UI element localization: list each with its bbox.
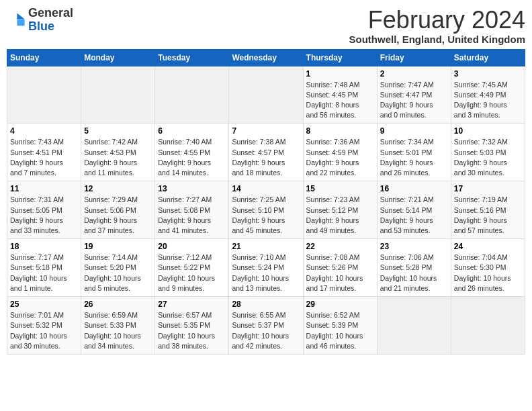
calendar-cell: 29Sunrise: 6:52 AMSunset: 5:39 PMDayligh… xyxy=(303,297,377,355)
day-number: 5 xyxy=(84,126,152,136)
day-info: Sunrise: 7:08 AMSunset: 5:26 PMDaylight:… xyxy=(306,253,374,293)
day-number: 9 xyxy=(380,126,448,136)
day-info: Sunrise: 7:23 AMSunset: 5:12 PMDaylight:… xyxy=(306,195,374,236)
calendar-cell: 24Sunrise: 7:04 AMSunset: 5:30 PMDayligh… xyxy=(451,239,525,297)
day-number: 4 xyxy=(10,126,78,136)
day-number: 11 xyxy=(10,184,78,193)
day-number: 15 xyxy=(306,184,374,193)
day-number: 22 xyxy=(306,242,374,251)
day-info: Sunrise: 7:21 AMSunset: 5:14 PMDaylight:… xyxy=(380,195,448,236)
day-info: Sunrise: 6:52 AMSunset: 5:39 PMDaylight:… xyxy=(306,310,374,351)
day-number: 12 xyxy=(84,184,152,193)
day-info: Sunrise: 7:14 AMSunset: 5:20 PMDaylight:… xyxy=(84,253,152,293)
day-number: 27 xyxy=(158,300,226,309)
calendar-cell: 28Sunrise: 6:55 AMSunset: 5:37 PMDayligh… xyxy=(229,297,303,355)
day-info: Sunrise: 7:12 AMSunset: 5:22 PMDaylight:… xyxy=(158,253,226,293)
calendar-cell: 26Sunrise: 6:59 AMSunset: 5:33 PMDayligh… xyxy=(81,297,155,355)
calendar-cell: 25Sunrise: 7:01 AMSunset: 5:32 PMDayligh… xyxy=(7,297,81,355)
day-info: Sunrise: 6:57 AMSunset: 5:35 PMDaylight:… xyxy=(158,310,226,351)
title-area: February 2024 Southwell, England, United… xyxy=(349,7,526,45)
day-info: Sunrise: 7:25 AMSunset: 5:10 PMDaylight:… xyxy=(232,195,300,236)
day-info: Sunrise: 7:38 AMSunset: 4:57 PMDaylight:… xyxy=(232,137,300,178)
weekday-header-wednesday: Wednesday xyxy=(229,49,303,66)
weekday-header-friday: Friday xyxy=(377,49,451,66)
calendar-cell: 5Sunrise: 7:42 AMSunset: 4:53 PMDaylight… xyxy=(81,124,155,181)
calendar-cell xyxy=(155,66,229,124)
day-info: Sunrise: 7:31 AMSunset: 5:05 PMDaylight:… xyxy=(10,195,78,236)
day-number: 23 xyxy=(380,242,448,251)
calendar-cell: 21Sunrise: 7:10 AMSunset: 5:24 PMDayligh… xyxy=(229,239,303,297)
day-info: Sunrise: 7:04 AMSunset: 5:30 PMDaylight:… xyxy=(454,253,522,293)
day-info: Sunrise: 6:59 AMSunset: 5:33 PMDaylight:… xyxy=(84,310,152,351)
header: General Blue February 2024 Southwell, En… xyxy=(7,7,525,45)
calendar-cell xyxy=(81,66,155,124)
calendar-cell: 7Sunrise: 7:38 AMSunset: 4:57 PMDaylight… xyxy=(229,124,303,181)
calendar-cell: 12Sunrise: 7:29 AMSunset: 5:06 PMDayligh… xyxy=(81,181,155,239)
day-info: Sunrise: 7:45 AMSunset: 4:49 PMDaylight:… xyxy=(454,80,522,121)
calendar-cell: 23Sunrise: 7:06 AMSunset: 5:28 PMDayligh… xyxy=(377,239,451,297)
week-row-4: 18Sunrise: 7:17 AMSunset: 5:18 PMDayligh… xyxy=(7,239,525,297)
calendar: SundayMondayTuesdayWednesdayThursdayFrid… xyxy=(7,49,525,355)
calendar-cell: 10Sunrise: 7:32 AMSunset: 5:03 PMDayligh… xyxy=(451,124,525,181)
calendar-cell: 15Sunrise: 7:23 AMSunset: 5:12 PMDayligh… xyxy=(303,181,377,239)
weekday-row: SundayMondayTuesdayWednesdayThursdayFrid… xyxy=(7,49,525,66)
svg-marker-0 xyxy=(17,13,24,19)
calendar-cell: 8Sunrise: 7:36 AMSunset: 4:59 PMDaylight… xyxy=(303,124,377,181)
day-info: Sunrise: 7:19 AMSunset: 5:16 PMDaylight:… xyxy=(454,195,522,236)
day-info: Sunrise: 7:40 AMSunset: 4:55 PMDaylight:… xyxy=(158,137,226,178)
logo-blue: Blue xyxy=(28,20,73,34)
day-info: Sunrise: 7:17 AMSunset: 5:18 PMDaylight:… xyxy=(10,253,78,293)
day-info: Sunrise: 7:32 AMSunset: 5:03 PMDaylight:… xyxy=(454,137,522,178)
day-number: 29 xyxy=(306,300,374,309)
day-number: 19 xyxy=(84,242,152,251)
weekday-header-thursday: Thursday xyxy=(303,49,377,66)
month-title: February 2024 xyxy=(349,7,526,34)
day-number: 10 xyxy=(454,126,522,136)
day-number: 20 xyxy=(158,242,226,251)
logo: General Blue xyxy=(7,7,73,34)
day-info: Sunrise: 7:27 AMSunset: 5:08 PMDaylight:… xyxy=(158,195,226,236)
day-number: 26 xyxy=(84,300,152,309)
day-info: Sunrise: 7:48 AMSunset: 4:45 PMDaylight:… xyxy=(306,80,374,121)
day-info: Sunrise: 7:06 AMSunset: 5:28 PMDaylight:… xyxy=(380,253,448,293)
calendar-cell: 9Sunrise: 7:34 AMSunset: 5:01 PMDaylight… xyxy=(377,124,451,181)
calendar-cell: 2Sunrise: 7:47 AMSunset: 4:47 PMDaylight… xyxy=(377,66,451,124)
calendar-cell: 3Sunrise: 7:45 AMSunset: 4:49 PMDaylight… xyxy=(451,66,525,124)
logo-icon xyxy=(7,11,26,30)
day-info: Sunrise: 7:01 AMSunset: 5:32 PMDaylight:… xyxy=(10,310,78,351)
calendar-cell: 19Sunrise: 7:14 AMSunset: 5:20 PMDayligh… xyxy=(81,239,155,297)
day-number: 1 xyxy=(306,69,374,79)
day-number: 14 xyxy=(232,184,300,193)
calendar-cell: 17Sunrise: 7:19 AMSunset: 5:16 PMDayligh… xyxy=(451,181,525,239)
day-info: Sunrise: 6:55 AMSunset: 5:37 PMDaylight:… xyxy=(232,310,300,351)
location: Southwell, England, United Kingdom xyxy=(349,34,526,45)
calendar-cell: 20Sunrise: 7:12 AMSunset: 5:22 PMDayligh… xyxy=(155,239,229,297)
calendar-cell: 22Sunrise: 7:08 AMSunset: 5:26 PMDayligh… xyxy=(303,239,377,297)
weekday-header-sunday: Sunday xyxy=(7,49,81,66)
calendar-cell xyxy=(377,297,451,355)
day-info: Sunrise: 7:43 AMSunset: 4:51 PMDaylight:… xyxy=(10,137,78,178)
day-number: 3 xyxy=(454,69,522,79)
calendar-cell: 11Sunrise: 7:31 AMSunset: 5:05 PMDayligh… xyxy=(7,181,81,239)
day-number: 17 xyxy=(454,184,522,193)
day-number: 2 xyxy=(380,69,448,79)
calendar-header: SundayMondayTuesdayWednesdayThursdayFrid… xyxy=(7,49,525,66)
calendar-cell: 18Sunrise: 7:17 AMSunset: 5:18 PMDayligh… xyxy=(7,239,81,297)
calendar-cell: 16Sunrise: 7:21 AMSunset: 5:14 PMDayligh… xyxy=(377,181,451,239)
day-info: Sunrise: 7:47 AMSunset: 4:47 PMDaylight:… xyxy=(380,80,448,121)
logo-general: General xyxy=(28,7,73,20)
day-number: 24 xyxy=(454,242,522,251)
calendar-cell xyxy=(7,66,81,124)
day-number: 25 xyxy=(10,300,78,309)
calendar-cell xyxy=(229,66,303,124)
week-row-5: 25Sunrise: 7:01 AMSunset: 5:32 PMDayligh… xyxy=(7,297,525,355)
weekday-header-monday: Monday xyxy=(81,49,155,66)
day-info: Sunrise: 7:10 AMSunset: 5:24 PMDaylight:… xyxy=(232,253,300,293)
day-number: 18 xyxy=(10,242,78,251)
calendar-cell: 6Sunrise: 7:40 AMSunset: 4:55 PMDaylight… xyxy=(155,124,229,181)
day-info: Sunrise: 7:42 AMSunset: 4:53 PMDaylight:… xyxy=(84,137,152,178)
calendar-cell: 13Sunrise: 7:27 AMSunset: 5:08 PMDayligh… xyxy=(155,181,229,239)
day-number: 21 xyxy=(232,242,300,251)
week-row-2: 4Sunrise: 7:43 AMSunset: 4:51 PMDaylight… xyxy=(7,124,525,181)
day-info: Sunrise: 7:29 AMSunset: 5:06 PMDaylight:… xyxy=(84,195,152,236)
